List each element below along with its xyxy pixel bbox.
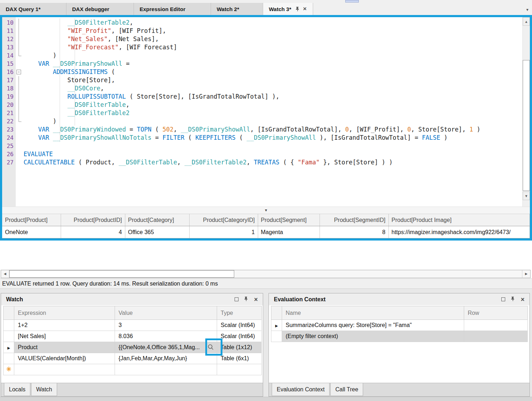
grid-cell-value[interactable]: {Jan,Feb,Mar,Apr,May,Jun} <box>115 353 217 364</box>
results-cell[interactable]: 1 <box>189 226 258 238</box>
panel-tab-call-tree[interactable]: Call Tree <box>330 383 363 396</box>
code-line-16[interactable]: ADDMISSINGITEMS ( <box>24 68 522 76</box>
tab-dax-debugger[interactable]: DAX debugger <box>66 3 134 15</box>
code-line-11[interactable]: "WIF_Profit", [WIF Profit], <box>24 27 522 35</box>
grid-cell-type[interactable] <box>217 364 262 375</box>
results-cell[interactable]: 8 <box>320 226 388 238</box>
results-cell[interactable]: Office 365 <box>125 226 189 238</box>
grid-row[interactable]: [Net Sales]8.036Scalar (Int64) <box>4 331 262 342</box>
pin-icon[interactable] <box>511 296 515 302</box>
code-line-17[interactable]: Store[Store], <box>24 76 522 84</box>
grid-cell-expression[interactable]: 1+2 <box>14 320 115 331</box>
editor-vertical-scrollbar[interactable]: ▲ ▼ <box>522 17 530 207</box>
code-line-25[interactable] <box>24 142 522 150</box>
grid-cell-expression[interactable]: VALUES(Calendar[Month]) <box>14 353 115 364</box>
code-line-23[interactable]: VAR __DS0PrimaryWindowed = TOPN ( 502, _… <box>24 125 522 134</box>
code-folding-margin[interactable]: − <box>16 17 23 207</box>
grid-row[interactable]: ▶Product{{OneNote,4,Office 365,1,Mag...T… <box>4 342 262 353</box>
panel-tab-evaluation-context[interactable]: Evaluation Context <box>272 383 330 396</box>
grid-cell-type[interactable]: Table (6x1) <box>217 353 262 364</box>
grid-cell-row[interactable] <box>464 331 528 342</box>
grid-row[interactable]: ▶SummarizeColumns query: Store[Store] = … <box>271 320 528 331</box>
column-header-product-productid[interactable]: Product[ProductID] <box>61 214 125 226</box>
code-line-22[interactable]: ) <box>24 117 522 125</box>
column-header-product-segmentid[interactable]: Product[SegmentID] <box>320 214 388 226</box>
code-line-10[interactable]: __DS0FilterTable2, <box>24 19 522 27</box>
maximize-icon[interactable] <box>235 297 239 301</box>
results-cell[interactable]: Magenta <box>258 226 320 238</box>
column-header-expression[interactable]: Expression <box>14 306 115 320</box>
code-line-15[interactable]: VAR __DS0PrimaryShowAll = <box>24 60 522 68</box>
pin-icon[interactable] <box>244 296 249 303</box>
code-line-24[interactable]: VAR __DS0PrimaryShowAllNoTotals = FILTER… <box>24 134 522 142</box>
grid-cell-type[interactable]: Scalar (Int64) <box>217 331 262 342</box>
row-expand-icon[interactable]: ▶ <box>7 346 10 350</box>
column-header-product-segment[interactable]: Product[Segment] <box>258 214 320 226</box>
grid-cell-type[interactable]: Scalar (Int64) <box>217 320 262 331</box>
column-header-type[interactable]: Type <box>217 306 262 320</box>
grid-cell-row[interactable] <box>464 320 528 331</box>
results-cell[interactable]: 4 <box>61 226 125 238</box>
grid-row[interactable]: (Empty filter context) <box>271 331 528 342</box>
code-line-13[interactable]: "WIF_Forecast", [WIF Forecast] <box>24 43 522 51</box>
grid-row[interactable] <box>4 364 262 375</box>
scroll-up-icon[interactable]: ▲ <box>523 17 530 26</box>
column-header-product-product[interactable]: Product[Product] <box>2 214 61 226</box>
maximize-icon[interactable] <box>501 297 505 301</box>
code-text-area[interactable]: __DS0FilterTable2, "WIF_Profit", [WIF Pr… <box>23 17 522 207</box>
column-header-product-categoryid[interactable]: Product[CategoryID] <box>189 214 258 226</box>
code-editor[interactable]: 101112131415161718192021222324252627 − _… <box>2 17 530 207</box>
scroll-down-icon[interactable]: ▼ <box>523 192 530 200</box>
results-horizontal-scrollbar[interactable]: ◀ ▶ <box>1 270 531 278</box>
grid-cell-expression[interactable]: [Net Sales] <box>14 331 115 342</box>
column-header-product-product-image[interactable]: Product[Product Image] <box>388 214 530 226</box>
tab-overflow-icon[interactable]: ▾ <box>526 7 528 12</box>
grid-row[interactable]: VALUES(Calendar[Month]){Jan,Feb,Mar,Apr,… <box>4 353 262 364</box>
editor-results-splitter[interactable]: ▾ <box>2 207 530 214</box>
grid-cell-type[interactable]: Table (1x12) <box>217 342 262 353</box>
tab-expression-editor[interactable]: Expression Editor <box>134 3 211 15</box>
fold-collapse-icon[interactable]: − <box>16 70 21 74</box>
pin-icon[interactable] <box>511 296 515 303</box>
grid-cell-expression[interactable] <box>14 364 115 375</box>
grid-row[interactable]: 1+23Scalar (Int64) <box>4 320 262 331</box>
code-line-18[interactable]: __DS0Core, <box>24 84 522 93</box>
scroll-right-icon[interactable]: ▶ <box>522 270 530 278</box>
column-header-row[interactable]: Row <box>464 306 528 320</box>
grid-cell-expression[interactable]: Product <box>14 342 115 353</box>
grid-cell-name[interactable]: SummarizeColumns query: Store[Store] = "… <box>282 320 464 331</box>
code-line-12[interactable]: "Net_Sales", [Net Sales], <box>24 35 522 43</box>
grid-cell-value[interactable]: 3 <box>115 320 217 331</box>
scrollbar-thumb[interactable] <box>9 270 234 278</box>
results-cell[interactable]: https://imagizer.imageshack.com/img922/6… <box>388 226 530 238</box>
code-line-27[interactable]: CALCULATETABLE ( Product, __DS0FilterTab… <box>24 158 522 167</box>
grid-cell-name[interactable]: (Empty filter context) <box>282 331 464 342</box>
code-line-20[interactable]: __DS0FilterTable, <box>24 101 522 109</box>
code-line-26[interactable]: EVALUATE <box>24 150 522 158</box>
row-expand-icon[interactable]: ▶ <box>275 324 278 328</box>
code-line-19[interactable]: ROLLUPISSUBTOTAL ( Store[Store], [IsGran… <box>24 93 522 101</box>
results-cell[interactable]: OneNote <box>2 226 61 238</box>
pin-icon[interactable] <box>244 296 249 302</box>
grid-cell-value[interactable]: 8.036 <box>115 331 217 342</box>
column-header-value[interactable]: Value <box>115 306 217 320</box>
tab-watch-2[interactable]: Watch 2* <box>211 3 263 15</box>
code-token: = <box>122 60 129 67</box>
column-header-product-category[interactable]: Product[Category] <box>125 214 189 226</box>
scrollbar-thumb[interactable] <box>523 60 530 191</box>
grid-cell-value[interactable] <box>115 364 217 375</box>
panel-tab-watch[interactable]: Watch <box>31 383 57 396</box>
code-token: ( <box>107 68 115 75</box>
tab-dax-query-1[interactable]: DAX Query 1* <box>0 3 66 15</box>
close-icon[interactable]: × <box>303 6 307 11</box>
tab-watch-3[interactable]: Watch 3*× <box>263 3 313 15</box>
scroll-left-icon[interactable]: ◀ <box>1 270 9 278</box>
column-header-name[interactable]: Name <box>282 306 464 320</box>
close-icon[interactable]: × <box>254 297 258 302</box>
code-line-21[interactable]: __DS0FilterTable2 <box>24 109 522 117</box>
grid-cell-value[interactable]: {{OneNote,4,Office 365,1,Mag... <box>115 342 217 353</box>
panel-tab-locals[interactable]: Locals <box>4 383 30 396</box>
close-icon[interactable]: × <box>521 297 525 302</box>
pin-icon[interactable] <box>295 6 300 11</box>
code-line-14[interactable]: ) <box>24 51 522 60</box>
